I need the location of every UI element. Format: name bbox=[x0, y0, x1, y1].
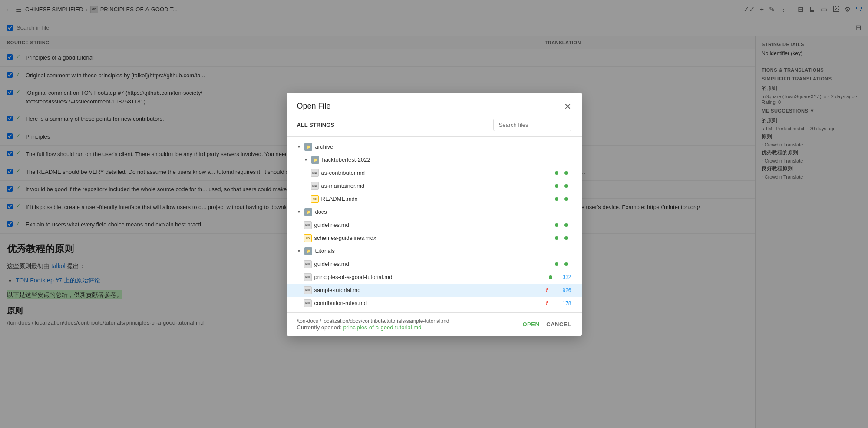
status-dot-green bbox=[564, 197, 568, 201]
currently-opened-label: Currently opened: bbox=[297, 324, 342, 331]
dialog-filter-label: ALL STRINGS bbox=[297, 122, 334, 128]
status-dot-green bbox=[549, 275, 552, 279]
list-item[interactable]: MD sample-tutorial.md 6 926 bbox=[287, 284, 582, 297]
mdx-file-icon: MD bbox=[304, 234, 312, 242]
status-dot-green bbox=[564, 262, 568, 266]
footer-path: /ton-docs / localization/docs/contribute… bbox=[297, 318, 449, 324]
folder-icon: 📁 bbox=[304, 247, 312, 255]
dialog-filter-bar: ALL STRINGS bbox=[287, 119, 582, 137]
md-file-icon: MD bbox=[311, 182, 319, 190]
status-dot-green bbox=[555, 184, 558, 188]
open-button[interactable]: OPEN bbox=[522, 321, 539, 328]
footer-current: Currently opened: principles-of-a-good-t… bbox=[297, 324, 449, 331]
folder-icon: 📁 bbox=[304, 143, 312, 151]
list-item[interactable]: MD as-contributor.md bbox=[287, 166, 582, 179]
list-item[interactable]: MD guidelines.md bbox=[287, 219, 582, 232]
dialog-title: Open File bbox=[297, 102, 331, 111]
open-file-dialog: Open File ✕ ALL STRINGS ▼ 📁 archive ▼ 📁 … bbox=[287, 93, 582, 336]
chevron-down-icon: ▼ bbox=[297, 144, 301, 149]
file-name: contribution-rules.md bbox=[314, 300, 538, 306]
list-item[interactable]: MD as-maintainer.md bbox=[287, 179, 582, 192]
folder-icon: 📁 bbox=[304, 208, 312, 216]
dialog-overlay: Open File ✕ ALL STRINGS ▼ 📁 archive ▼ 📁 … bbox=[0, 0, 868, 428]
folder-archive[interactable]: ▼ 📁 archive bbox=[287, 140, 582, 153]
md-file-icon: MD bbox=[304, 221, 312, 229]
file-name: README.mdx bbox=[321, 196, 552, 202]
chevron-down-icon: ▼ bbox=[304, 157, 308, 162]
list-item[interactable]: MD README.mdx bbox=[287, 192, 582, 206]
footer-info: /ton-docs / localization/docs/contribute… bbox=[297, 318, 449, 331]
file-name: as-contributor.md bbox=[321, 169, 552, 176]
md-file-icon: MD bbox=[304, 299, 312, 307]
mdx-file-icon: MD bbox=[311, 195, 319, 203]
dialog-search-input[interactable] bbox=[493, 119, 571, 131]
md-file-icon: MD bbox=[311, 169, 319, 177]
status-dot-green bbox=[555, 236, 558, 240]
list-item[interactable]: MD contribution-rules.md 6 178 bbox=[287, 297, 582, 310]
folder-name: docs bbox=[315, 209, 571, 215]
file-count: 332 bbox=[558, 274, 571, 280]
status-dot-green bbox=[564, 223, 568, 227]
folder-name: tutorials bbox=[315, 248, 571, 254]
md-file-icon: MD bbox=[304, 286, 312, 294]
chevron-down-icon: ▼ bbox=[297, 249, 301, 253]
folder-icon: 📁 bbox=[311, 156, 319, 164]
file-name: principles-of-a-good-tutorial.md bbox=[314, 274, 546, 280]
file-count-blue: 178 bbox=[558, 300, 571, 306]
folder-hacktoberfest[interactable]: ▼ 📁 hacktoberfest-2022 bbox=[287, 153, 582, 166]
md-file-icon: MD bbox=[304, 260, 312, 268]
chevron-down-icon: ▼ bbox=[297, 209, 301, 214]
dialog-close-button[interactable]: ✕ bbox=[564, 101, 571, 112]
list-item[interactable]: MD guidelines.md bbox=[287, 258, 582, 271]
dialog-file-list: ▼ 📁 archive ▼ 📁 hacktoberfest-2022 MD as… bbox=[287, 137, 582, 312]
file-name: guidelines.md bbox=[314, 222, 552, 228]
list-item[interactable]: MD schemes-guidelines.mdx bbox=[287, 232, 582, 245]
cancel-button[interactable]: CANCEL bbox=[546, 321, 571, 328]
status-dot-green bbox=[555, 171, 558, 175]
footer-buttons: OPEN CANCEL bbox=[522, 321, 571, 328]
status-dot-green bbox=[564, 171, 568, 175]
file-name: sample-tutorial.md bbox=[314, 287, 538, 293]
folder-tutorials[interactable]: ▼ 📁 tutorials bbox=[287, 245, 582, 258]
file-name: schemes-guidelines.mdx bbox=[314, 235, 552, 241]
file-count-red: 6 bbox=[540, 300, 549, 306]
status-dot-green bbox=[555, 197, 558, 201]
folder-docs[interactable]: ▼ 📁 docs bbox=[287, 206, 582, 219]
md-file-icon: MD bbox=[304, 273, 312, 281]
file-count-red: 6 bbox=[540, 287, 549, 293]
status-dot-green bbox=[564, 184, 568, 188]
file-count-blue: 926 bbox=[558, 287, 571, 293]
currently-opened-file: principles-of-a-good-tutorial.md bbox=[343, 324, 421, 331]
folder-name: hacktoberfest-2022 bbox=[322, 156, 571, 163]
status-dot-green bbox=[564, 236, 568, 240]
status-dot-green bbox=[555, 262, 558, 266]
folder-name: archive bbox=[315, 143, 571, 150]
status-dot-green bbox=[555, 223, 558, 227]
file-name: guidelines.md bbox=[314, 261, 552, 267]
dialog-footer: /ton-docs / localization/docs/contribute… bbox=[287, 312, 582, 336]
list-item[interactable]: MD principles-of-a-good-tutorial.md 332 bbox=[287, 271, 582, 284]
file-name: as-maintainer.md bbox=[321, 182, 552, 189]
dialog-header: Open File ✕ bbox=[287, 93, 582, 119]
